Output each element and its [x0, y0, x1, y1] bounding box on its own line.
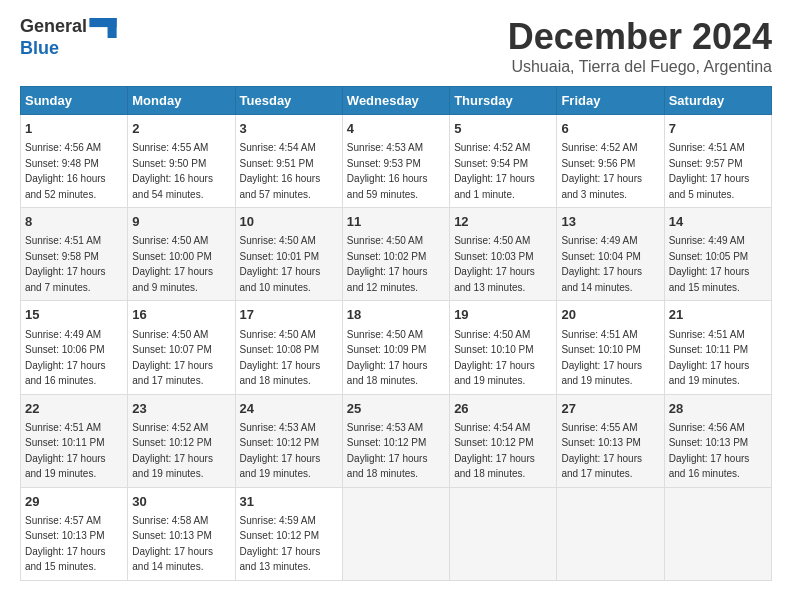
header-monday: Monday [128, 87, 235, 115]
day-number: 17 [240, 306, 338, 324]
logo-flag-icon [89, 18, 117, 38]
day-number: 7 [669, 120, 767, 138]
day-number: 28 [669, 400, 767, 418]
day-number: 26 [454, 400, 552, 418]
day-info: Sunrise: 4:58 AMSunset: 10:13 PMDaylight… [132, 515, 213, 573]
title-area: December 2024 Ushuaia, Tierra del Fuego,… [508, 16, 772, 76]
header-wednesday: Wednesday [342, 87, 449, 115]
logo: General Blue [20, 16, 117, 59]
calendar-cell: 29 Sunrise: 4:57 AMSunset: 10:13 PMDayli… [21, 487, 128, 580]
day-info: Sunrise: 4:53 AMSunset: 10:12 PMDaylight… [347, 422, 428, 480]
day-number: 19 [454, 306, 552, 324]
day-info: Sunrise: 4:53 AMSunset: 9:53 PMDaylight:… [347, 142, 428, 200]
calendar-cell: 18 Sunrise: 4:50 AMSunset: 10:09 PMDayli… [342, 301, 449, 394]
day-number: 12 [454, 213, 552, 231]
header-tuesday: Tuesday [235, 87, 342, 115]
location-subtitle: Ushuaia, Tierra del Fuego, Argentina [508, 58, 772, 76]
logo-general: General [20, 16, 87, 36]
calendar-header-row: SundayMondayTuesdayWednesdayThursdayFrid… [21, 87, 772, 115]
logo-text: General [20, 16, 117, 38]
calendar-cell: 16 Sunrise: 4:50 AMSunset: 10:07 PMDayli… [128, 301, 235, 394]
day-number: 23 [132, 400, 230, 418]
day-info: Sunrise: 4:56 AMSunset: 9:48 PMDaylight:… [25, 142, 106, 200]
day-info: Sunrise: 4:52 AMSunset: 9:56 PMDaylight:… [561, 142, 642, 200]
calendar-cell: 15 Sunrise: 4:49 AMSunset: 10:06 PMDayli… [21, 301, 128, 394]
day-number: 20 [561, 306, 659, 324]
calendar-cell: 2 Sunrise: 4:55 AMSunset: 9:50 PMDayligh… [128, 115, 235, 208]
day-number: 8 [25, 213, 123, 231]
calendar-cell: 31 Sunrise: 4:59 AMSunset: 10:12 PMDayli… [235, 487, 342, 580]
calendar-week-1: 1 Sunrise: 4:56 AMSunset: 9:48 PMDayligh… [21, 115, 772, 208]
day-info: Sunrise: 4:59 AMSunset: 10:12 PMDaylight… [240, 515, 321, 573]
header-friday: Friday [557, 87, 664, 115]
day-info: Sunrise: 4:50 AMSunset: 10:01 PMDaylight… [240, 235, 321, 293]
calendar-cell: 7 Sunrise: 4:51 AMSunset: 9:57 PMDayligh… [664, 115, 771, 208]
calendar-cell: 20 Sunrise: 4:51 AMSunset: 10:10 PMDayli… [557, 301, 664, 394]
day-info: Sunrise: 4:54 AMSunset: 9:51 PMDaylight:… [240, 142, 321, 200]
day-info: Sunrise: 4:55 AMSunset: 9:50 PMDaylight:… [132, 142, 213, 200]
calendar-cell [557, 487, 664, 580]
calendar-cell [342, 487, 449, 580]
day-info: Sunrise: 4:50 AMSunset: 10:03 PMDaylight… [454, 235, 535, 293]
day-number: 1 [25, 120, 123, 138]
day-info: Sunrise: 4:52 AMSunset: 9:54 PMDaylight:… [454, 142, 535, 200]
day-info: Sunrise: 4:50 AMSunset: 10:02 PMDaylight… [347, 235, 428, 293]
day-number: 15 [25, 306, 123, 324]
month-title: December 2024 [508, 16, 772, 58]
calendar-week-4: 22 Sunrise: 4:51 AMSunset: 10:11 PMDayli… [21, 394, 772, 487]
day-info: Sunrise: 4:51 AMSunset: 9:57 PMDaylight:… [669, 142, 750, 200]
header-thursday: Thursday [450, 87, 557, 115]
day-number: 11 [347, 213, 445, 231]
calendar-cell: 21 Sunrise: 4:51 AMSunset: 10:11 PMDayli… [664, 301, 771, 394]
day-info: Sunrise: 4:57 AMSunset: 10:13 PMDaylight… [25, 515, 106, 573]
day-info: Sunrise: 4:51 AMSunset: 10:11 PMDaylight… [669, 329, 750, 387]
day-number: 16 [132, 306, 230, 324]
day-info: Sunrise: 4:56 AMSunset: 10:13 PMDaylight… [669, 422, 750, 480]
calendar-cell: 10 Sunrise: 4:50 AMSunset: 10:01 PMDayli… [235, 208, 342, 301]
day-number: 27 [561, 400, 659, 418]
day-number: 13 [561, 213, 659, 231]
calendar-cell: 28 Sunrise: 4:56 AMSunset: 10:13 PMDayli… [664, 394, 771, 487]
logo-blue: Blue [20, 38, 59, 58]
calendar-cell: 19 Sunrise: 4:50 AMSunset: 10:10 PMDayli… [450, 301, 557, 394]
calendar-cell: 23 Sunrise: 4:52 AMSunset: 10:12 PMDayli… [128, 394, 235, 487]
header-sunday: Sunday [21, 87, 128, 115]
calendar-cell: 17 Sunrise: 4:50 AMSunset: 10:08 PMDayli… [235, 301, 342, 394]
day-number: 14 [669, 213, 767, 231]
svg-marker-1 [108, 18, 117, 38]
day-info: Sunrise: 4:50 AMSunset: 10:08 PMDaylight… [240, 329, 321, 387]
calendar-cell [450, 487, 557, 580]
day-number: 30 [132, 493, 230, 511]
page-header: General Blue December 2024 Ushuaia, Tier… [20, 16, 772, 76]
day-number: 10 [240, 213, 338, 231]
header-saturday: Saturday [664, 87, 771, 115]
calendar-week-3: 15 Sunrise: 4:49 AMSunset: 10:06 PMDayli… [21, 301, 772, 394]
calendar-cell: 3 Sunrise: 4:54 AMSunset: 9:51 PMDayligh… [235, 115, 342, 208]
day-info: Sunrise: 4:54 AMSunset: 10:12 PMDaylight… [454, 422, 535, 480]
calendar-cell: 22 Sunrise: 4:51 AMSunset: 10:11 PMDayli… [21, 394, 128, 487]
day-number: 31 [240, 493, 338, 511]
day-number: 25 [347, 400, 445, 418]
day-info: Sunrise: 4:53 AMSunset: 10:12 PMDaylight… [240, 422, 321, 480]
calendar-cell [664, 487, 771, 580]
day-info: Sunrise: 4:51 AMSunset: 10:10 PMDaylight… [561, 329, 642, 387]
calendar-cell: 25 Sunrise: 4:53 AMSunset: 10:12 PMDayli… [342, 394, 449, 487]
day-number: 9 [132, 213, 230, 231]
calendar-cell: 11 Sunrise: 4:50 AMSunset: 10:02 PMDayli… [342, 208, 449, 301]
day-number: 24 [240, 400, 338, 418]
day-info: Sunrise: 4:49 AMSunset: 10:06 PMDaylight… [25, 329, 106, 387]
day-info: Sunrise: 4:50 AMSunset: 10:10 PMDaylight… [454, 329, 535, 387]
calendar-cell: 24 Sunrise: 4:53 AMSunset: 10:12 PMDayli… [235, 394, 342, 487]
calendar-cell: 30 Sunrise: 4:58 AMSunset: 10:13 PMDayli… [128, 487, 235, 580]
calendar-table: SundayMondayTuesdayWednesdayThursdayFrid… [20, 86, 772, 581]
calendar-cell: 26 Sunrise: 4:54 AMSunset: 10:12 PMDayli… [450, 394, 557, 487]
calendar-cell: 8 Sunrise: 4:51 AMSunset: 9:58 PMDayligh… [21, 208, 128, 301]
day-info: Sunrise: 4:50 AMSunset: 10:07 PMDaylight… [132, 329, 213, 387]
day-info: Sunrise: 4:49 AMSunset: 10:04 PMDaylight… [561, 235, 642, 293]
calendar-cell: 6 Sunrise: 4:52 AMSunset: 9:56 PMDayligh… [557, 115, 664, 208]
day-info: Sunrise: 4:55 AMSunset: 10:13 PMDaylight… [561, 422, 642, 480]
day-info: Sunrise: 4:51 AMSunset: 10:11 PMDaylight… [25, 422, 106, 480]
calendar-cell: 12 Sunrise: 4:50 AMSunset: 10:03 PMDayli… [450, 208, 557, 301]
calendar-cell: 4 Sunrise: 4:53 AMSunset: 9:53 PMDayligh… [342, 115, 449, 208]
day-number: 2 [132, 120, 230, 138]
